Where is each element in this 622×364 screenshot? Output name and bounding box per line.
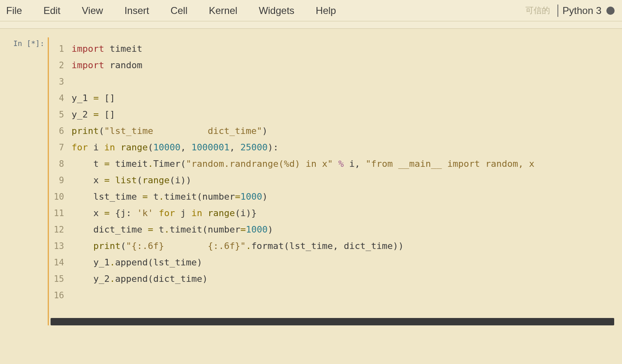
line-number: 7 — [49, 139, 72, 156]
code-line[interactable]: 4y_1 = [] — [49, 90, 617, 106]
code-content[interactable]: dict_time = t.timeit(number=1000) — [72, 221, 617, 238]
code-line[interactable]: 14 y_1.append(lst_time) — [49, 254, 617, 271]
code-line[interactable]: 13 print("{:.6f} {:.6f}".format(lst_time… — [49, 238, 617, 254]
code-line[interactable]: 5y_2 = [] — [49, 106, 617, 123]
kernel-name[interactable]: Python 3 — [562, 5, 601, 16]
line-number: 16 — [49, 287, 72, 304]
menu-widgets[interactable]: Widgets — [259, 5, 294, 16]
code-content[interactable]: for i in range(10000, 1000001, 25000): — [72, 139, 617, 156]
line-number: 9 — [49, 172, 72, 189]
line-number: 14 — [49, 254, 72, 271]
line-number: 10 — [49, 189, 72, 205]
toolbar — [0, 21, 622, 29]
code-line[interactable]: 15 y_2.append(dict_time) — [49, 271, 617, 287]
code-content[interactable]: y_2.append(dict_time) — [72, 271, 617, 287]
line-number: 15 — [49, 271, 72, 287]
code-content[interactable]: x = list(range(i)) — [72, 172, 617, 189]
trusted-indicator[interactable]: 可信的 — [525, 5, 550, 16]
notebook-container: In [*]: 1import timeit2import random34y_… — [0, 29, 622, 326]
code-line[interactable]: 8 t = timeit.Timer("random.randrange(%d)… — [49, 156, 617, 172]
kernel-busy-icon[interactable] — [606, 7, 615, 15]
menubar: File Edit View Insert Cell Kernel Widget… — [0, 0, 622, 21]
line-number: 12 — [49, 221, 72, 238]
code-line[interactable]: 1import timeit — [49, 41, 617, 57]
menubar-right: 可信的 Python 3 — [525, 5, 622, 17]
code-content[interactable]: print("{:.6f} {:.6f}".format(lst_time, d… — [72, 238, 617, 254]
code-content[interactable]: lst_time = t.timeit(number=1000) — [72, 189, 617, 205]
line-number: 3 — [49, 74, 72, 90]
code-line[interactable]: 6print("lst_time dict_time") — [49, 123, 617, 139]
code-cell[interactable]: In [*]: 1import timeit2import random34y_… — [4, 37, 618, 326]
code-line[interactable]: 10 lst_time = t.timeit(number=1000) — [49, 189, 617, 205]
line-number: 13 — [49, 238, 72, 254]
menu-help[interactable]: Help — [316, 5, 336, 16]
menu-file[interactable]: File — [6, 5, 22, 16]
separator — [557, 5, 558, 17]
code-line[interactable]: 7for i in range(10000, 1000001, 25000): — [49, 139, 617, 156]
code-content[interactable]: import timeit — [72, 41, 617, 57]
code-line[interactable]: 16 — [49, 287, 617, 304]
menu-insert[interactable]: Insert — [125, 5, 149, 16]
line-number: 8 — [49, 156, 72, 172]
line-number: 11 — [49, 205, 72, 221]
code-content[interactable]: y_1 = [] — [72, 90, 617, 106]
menu-kernel[interactable]: Kernel — [209, 5, 237, 16]
line-number: 2 — [49, 57, 72, 74]
line-number: 1 — [49, 41, 72, 57]
code-line[interactable]: 3 — [49, 74, 617, 90]
code-line[interactable]: 9 x = list(range(i)) — [49, 172, 617, 189]
code-content[interactable]: y_2 = [] — [72, 106, 617, 123]
code-content[interactable]: x = {j: 'k' for j in range(i)} — [72, 205, 617, 221]
menu-edit[interactable]: Edit — [44, 5, 60, 16]
code-editor[interactable]: 1import timeit2import random34y_1 = []5y… — [49, 37, 617, 318]
menu-view[interactable]: View — [82, 5, 103, 16]
code-line[interactable]: 2import random — [49, 57, 617, 74]
code-line[interactable]: 11 x = {j: 'k' for j in range(i)} — [49, 205, 617, 221]
input-area[interactable]: 1import timeit2import random34y_1 = []5y… — [48, 37, 617, 325]
input-prompt: In [*]: — [5, 37, 48, 325]
code-content[interactable]: t = timeit.Timer("random.randrange(%d) i… — [72, 156, 617, 172]
line-number: 6 — [49, 123, 72, 139]
horizontal-scrollbar[interactable] — [51, 318, 614, 325]
line-number: 4 — [49, 90, 72, 106]
code-content[interactable]: print("lst_time dict_time") — [72, 123, 617, 139]
line-number: 5 — [49, 106, 72, 123]
menu-cell[interactable]: Cell — [171, 5, 187, 16]
code-content[interactable]: import random — [72, 57, 617, 74]
code-content[interactable]: y_1.append(lst_time) — [72, 254, 617, 271]
code-line[interactable]: 12 dict_time = t.timeit(number=1000) — [49, 221, 617, 238]
